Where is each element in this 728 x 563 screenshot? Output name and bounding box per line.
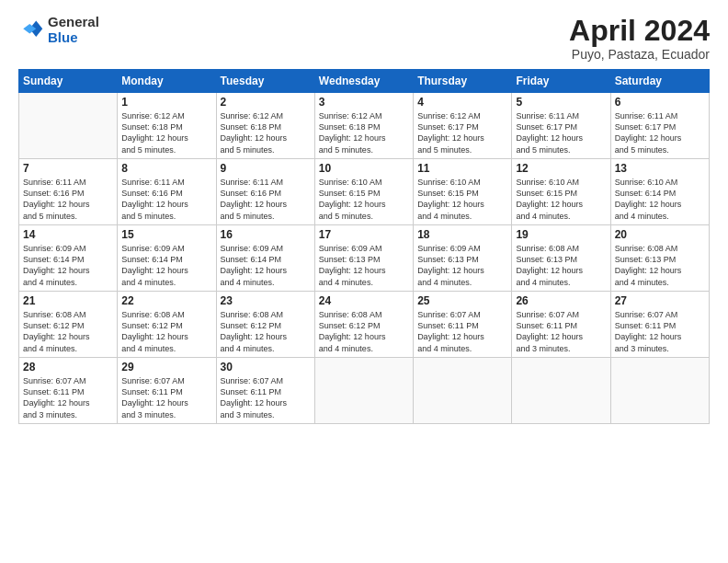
day-info: Sunrise: 6:12 AMSunset: 6:17 PMDaylight:… <box>417 110 507 155</box>
table-row: 28Sunrise: 6:07 AMSunset: 6:11 PMDayligh… <box>19 358 118 424</box>
table-row: 14Sunrise: 6:09 AMSunset: 6:14 PMDayligh… <box>19 225 118 292</box>
weekday-wednesday: Wednesday <box>314 70 413 93</box>
day-info: Sunrise: 6:08 AMSunset: 6:12 PMDaylight:… <box>319 309 409 354</box>
table-row <box>610 358 709 424</box>
table-row <box>512 358 610 424</box>
day-info: Sunrise: 6:08 AMSunset: 6:12 PMDaylight:… <box>221 309 311 354</box>
day-info: Sunrise: 6:12 AMSunset: 6:18 PMDaylight:… <box>221 110 311 155</box>
day-info: Sunrise: 6:09 AMSunset: 6:14 PMDaylight:… <box>121 243 211 288</box>
day-info: Sunrise: 6:09 AMSunset: 6:14 PMDaylight:… <box>23 243 113 288</box>
table-row: 10Sunrise: 6:10 AMSunset: 6:15 PMDayligh… <box>314 159 413 225</box>
table-row: 29Sunrise: 6:07 AMSunset: 6:11 PMDayligh… <box>118 358 216 424</box>
day-info: Sunrise: 6:10 AMSunset: 6:15 PMDaylight:… <box>417 177 507 222</box>
calendar-week-row: 7Sunrise: 6:11 AMSunset: 6:16 PMDaylight… <box>19 159 710 225</box>
day-info: Sunrise: 6:10 AMSunset: 6:15 PMDaylight:… <box>319 177 409 222</box>
day-number: 14 <box>23 228 113 241</box>
day-number: 9 <box>221 162 311 175</box>
day-number: 29 <box>121 361 211 373</box>
day-info: Sunrise: 6:12 AMSunset: 6:18 PMDaylight:… <box>121 110 211 155</box>
day-number: 7 <box>23 162 113 175</box>
day-info: Sunrise: 6:11 AMSunset: 6:16 PMDaylight:… <box>121 177 211 222</box>
calendar-table: Sunday Monday Tuesday Wednesday Thursday… <box>18 69 710 424</box>
logo-blue: Blue <box>48 30 99 46</box>
day-number: 28 <box>23 361 113 373</box>
table-row: 18Sunrise: 6:09 AMSunset: 6:13 PMDayligh… <box>414 225 512 292</box>
calendar-week-row: 28Sunrise: 6:07 AMSunset: 6:11 PMDayligh… <box>19 358 710 424</box>
day-info: Sunrise: 6:10 AMSunset: 6:15 PMDaylight:… <box>516 177 606 222</box>
day-info: Sunrise: 6:11 AMSunset: 6:17 PMDaylight:… <box>516 110 606 155</box>
day-info: Sunrise: 6:09 AMSunset: 6:13 PMDaylight:… <box>319 243 409 288</box>
calendar-header-row: Sunday Monday Tuesday Wednesday Thursday… <box>19 70 710 93</box>
table-row <box>414 358 512 424</box>
table-row: 4Sunrise: 6:12 AMSunset: 6:17 PMDaylight… <box>414 93 512 159</box>
table-row: 23Sunrise: 6:08 AMSunset: 6:12 PMDayligh… <box>216 292 314 358</box>
day-number: 10 <box>319 162 409 175</box>
table-row: 25Sunrise: 6:07 AMSunset: 6:11 PMDayligh… <box>414 292 512 358</box>
table-row: 8Sunrise: 6:11 AMSunset: 6:16 PMDaylight… <box>118 159 216 225</box>
day-number: 15 <box>121 228 211 241</box>
day-info: Sunrise: 6:11 AMSunset: 6:17 PMDaylight:… <box>615 110 705 155</box>
table-row: 12Sunrise: 6:10 AMSunset: 6:15 PMDayligh… <box>512 159 610 225</box>
title-month: April 2024 <box>569 15 710 47</box>
day-number: 24 <box>319 294 409 307</box>
day-info: Sunrise: 6:08 AMSunset: 6:13 PMDaylight:… <box>615 243 705 288</box>
table-row <box>314 358 413 424</box>
day-number: 4 <box>417 96 507 109</box>
title-area: April 2024 Puyo, Pastaza, Ecuador <box>569 15 710 62</box>
day-number: 21 <box>23 294 113 307</box>
day-info: Sunrise: 6:10 AMSunset: 6:14 PMDaylight:… <box>615 177 705 222</box>
day-info: Sunrise: 6:08 AMSunset: 6:12 PMDaylight:… <box>121 309 211 354</box>
table-row: 16Sunrise: 6:09 AMSunset: 6:14 PMDayligh… <box>216 225 314 292</box>
day-number: 17 <box>319 228 409 241</box>
day-number: 30 <box>221 361 311 373</box>
day-number: 20 <box>615 228 705 241</box>
day-info: Sunrise: 6:09 AMSunset: 6:13 PMDaylight:… <box>417 243 507 288</box>
table-row: 1Sunrise: 6:12 AMSunset: 6:18 PMDaylight… <box>118 93 216 159</box>
day-number: 16 <box>221 228 311 241</box>
table-row: 20Sunrise: 6:08 AMSunset: 6:13 PMDayligh… <box>610 225 709 292</box>
day-number: 8 <box>121 162 211 175</box>
header: General Blue April 2024 Puyo, Pastaza, E… <box>18 15 710 62</box>
day-info: Sunrise: 6:07 AMSunset: 6:11 PMDaylight:… <box>121 375 211 420</box>
day-number: 23 <box>221 294 311 307</box>
day-number: 2 <box>221 96 311 109</box>
day-number: 27 <box>615 294 705 307</box>
table-row: 24Sunrise: 6:08 AMSunset: 6:12 PMDayligh… <box>314 292 413 358</box>
day-number: 5 <box>516 96 606 109</box>
logo-text: General Blue <box>48 15 99 45</box>
title-location: Puyo, Pastaza, Ecuador <box>569 47 710 62</box>
calendar-week-row: 1Sunrise: 6:12 AMSunset: 6:18 PMDaylight… <box>19 93 710 159</box>
table-row: 27Sunrise: 6:07 AMSunset: 6:11 PMDayligh… <box>610 292 709 358</box>
day-number: 25 <box>417 294 507 307</box>
day-number: 3 <box>319 96 409 109</box>
day-number: 19 <box>516 228 606 241</box>
table-row: 30Sunrise: 6:07 AMSunset: 6:11 PMDayligh… <box>216 358 314 424</box>
day-info: Sunrise: 6:07 AMSunset: 6:11 PMDaylight:… <box>417 309 507 354</box>
day-info: Sunrise: 6:07 AMSunset: 6:11 PMDaylight:… <box>516 309 606 354</box>
table-row: 22Sunrise: 6:08 AMSunset: 6:12 PMDayligh… <box>118 292 216 358</box>
day-info: Sunrise: 6:08 AMSunset: 6:13 PMDaylight:… <box>516 243 606 288</box>
day-info: Sunrise: 6:11 AMSunset: 6:16 PMDaylight:… <box>221 177 311 222</box>
table-row <box>19 93 118 159</box>
day-number: 18 <box>417 228 507 241</box>
weekday-thursday: Thursday <box>414 70 512 93</box>
table-row: 2Sunrise: 6:12 AMSunset: 6:18 PMDaylight… <box>216 93 314 159</box>
day-info: Sunrise: 6:09 AMSunset: 6:14 PMDaylight:… <box>221 243 311 288</box>
day-number: 13 <box>615 162 705 175</box>
table-row: 9Sunrise: 6:11 AMSunset: 6:16 PMDaylight… <box>216 159 314 225</box>
weekday-saturday: Saturday <box>610 70 709 93</box>
day-number: 12 <box>516 162 606 175</box>
weekday-sunday: Sunday <box>19 70 118 93</box>
page: General Blue April 2024 Puyo, Pastaza, E… <box>0 0 728 563</box>
table-row: 17Sunrise: 6:09 AMSunset: 6:13 PMDayligh… <box>314 225 413 292</box>
day-info: Sunrise: 6:11 AMSunset: 6:16 PMDaylight:… <box>23 177 113 222</box>
table-row: 5Sunrise: 6:11 AMSunset: 6:17 PMDaylight… <box>512 93 610 159</box>
weekday-monday: Monday <box>118 70 216 93</box>
weekday-friday: Friday <box>512 70 610 93</box>
table-row: 15Sunrise: 6:09 AMSunset: 6:14 PMDayligh… <box>118 225 216 292</box>
table-row: 26Sunrise: 6:07 AMSunset: 6:11 PMDayligh… <box>512 292 610 358</box>
table-row: 13Sunrise: 6:10 AMSunset: 6:14 PMDayligh… <box>610 159 709 225</box>
calendar-week-row: 14Sunrise: 6:09 AMSunset: 6:14 PMDayligh… <box>19 225 710 292</box>
day-info: Sunrise: 6:07 AMSunset: 6:11 PMDaylight:… <box>23 375 113 420</box>
table-row: 3Sunrise: 6:12 AMSunset: 6:18 PMDaylight… <box>314 93 413 159</box>
